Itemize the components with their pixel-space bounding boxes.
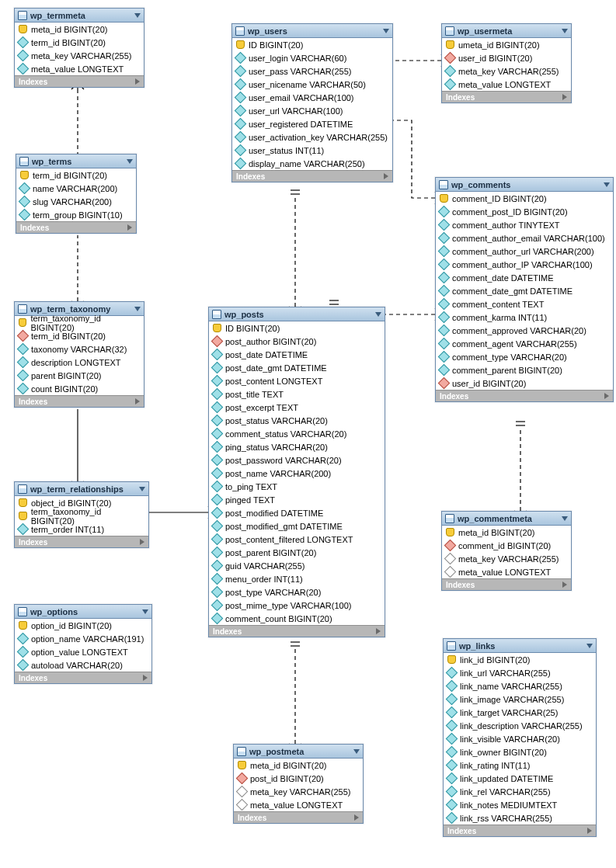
expand-icon[interactable]	[140, 539, 144, 545]
indexes-section[interactable]: Indexes	[436, 390, 613, 401]
indexes-section[interactable]: Indexes	[15, 672, 151, 683]
collapse-icon[interactable]	[142, 609, 148, 614]
column-name: comment_author	[452, 220, 517, 230]
collapse-icon[interactable]	[562, 516, 568, 521]
column-name: post_id	[250, 774, 277, 783]
column-text: link_image VARCHAR(255)	[460, 695, 564, 704]
collapse-icon[interactable]	[127, 159, 133, 164]
primary-key-icon	[19, 512, 27, 520]
column-row: parent BIGINT(20)	[15, 369, 144, 382]
entity-header[interactable]: wp_posts	[209, 307, 385, 321]
entity-title: wp_term_relationships	[30, 484, 124, 494]
entity-header[interactable]: wp_commentmeta	[442, 512, 571, 526]
collapse-icon[interactable]	[375, 312, 381, 317]
attribute-icon	[235, 158, 247, 170]
indexes-section[interactable]: Indexes	[15, 75, 144, 87]
collapse-icon[interactable]	[134, 307, 141, 311]
expand-icon[interactable]	[562, 94, 567, 100]
column-text: link_visible VARCHAR(20)	[460, 734, 560, 744]
expand-icon[interactable]	[604, 393, 609, 399]
entity-wp_term_taxonomy: wp_term_taxonomyterm_taxonomy_id BIGINT(…	[14, 301, 144, 408]
column-text: post_parent BIGINT(20)	[225, 548, 316, 557]
attribute-icon	[211, 481, 224, 493]
indexes-section[interactable]: Indexes	[15, 536, 148, 547]
attribute-icon	[438, 232, 451, 245]
indexes-section[interactable]: Indexes	[209, 625, 385, 637]
indexes-section[interactable]: Indexes	[442, 578, 571, 590]
column-type: LONGTEXT	[297, 800, 343, 810]
column-name: comment_author_email	[452, 234, 541, 243]
column-name: link_rating	[460, 761, 499, 770]
column-name: taxonomy	[31, 345, 68, 354]
indexes-section[interactable]: Indexes	[444, 825, 596, 836]
column-name: link_id	[460, 655, 484, 665]
indexes-section[interactable]: Indexes	[15, 395, 144, 407]
expand-icon[interactable]	[354, 814, 359, 821]
column-text: comment_karma INT(11)	[452, 313, 547, 322]
column-name: ping_status	[225, 443, 269, 452]
table-icon	[235, 26, 245, 36]
column-text: umeta_id BIGINT(20)	[458, 40, 540, 50]
collapse-icon[interactable]	[604, 182, 610, 187]
entity-header[interactable]: wp_options	[15, 605, 151, 619]
indexes-section[interactable]: Indexes	[442, 91, 571, 102]
collapse-icon[interactable]	[134, 13, 141, 18]
primary-key-icon	[447, 655, 456, 664]
column-type: BIGINT(20)	[489, 54, 532, 63]
column-row: option_name VARCHAR(191)	[15, 632, 151, 645]
entity-header[interactable]: wp_users	[232, 24, 392, 38]
entity-title: wp_users	[248, 26, 287, 36]
attribute-icon	[211, 507, 224, 519]
attribute-icon	[17, 646, 30, 658]
attribute-icon	[211, 547, 224, 559]
expand-icon[interactable]	[587, 828, 592, 834]
indexes-section[interactable]: Indexes	[232, 170, 392, 182]
column-row: meta_key VARCHAR(255)	[442, 552, 571, 565]
attribute-icon	[211, 362, 224, 374]
column-row: comment_approved VARCHAR(20)	[436, 324, 613, 337]
collapse-icon[interactable]	[139, 487, 145, 491]
foreign-key-icon	[211, 335, 224, 348]
column-row: meta_key VARCHAR(255)	[15, 49, 144, 62]
indexes-section[interactable]: Indexes	[234, 811, 363, 823]
entity-header[interactable]: wp_comments	[436, 178, 613, 192]
column-row: post_title TEXT	[209, 387, 385, 401]
column-row: meta_id BIGINT(20)	[234, 759, 363, 772]
column-name: term_id	[33, 171, 61, 180]
entity-header[interactable]: wp_termmeta	[15, 9, 144, 23]
expand-icon[interactable]	[143, 675, 148, 681]
entity-header[interactable]: wp_terms	[16, 155, 136, 168]
attribute-icon	[235, 118, 247, 130]
column-type: LONGTEXT	[75, 358, 120, 367]
indexes-section[interactable]: Indexes	[16, 221, 136, 233]
expand-icon[interactable]	[135, 78, 140, 85]
column-row: comment_status VARCHAR(20)	[209, 427, 385, 440]
entity-header[interactable]: wp_postmeta	[234, 745, 363, 759]
foreign-key-icon	[438, 377, 451, 390]
collapse-icon[interactable]	[586, 644, 593, 648]
column-row: comment_date DATETIME	[436, 271, 613, 284]
expand-icon[interactable]	[384, 173, 388, 179]
column-name: meta_value	[250, 800, 294, 810]
column-type: VARCHAR(255)	[71, 51, 132, 61]
expand-icon[interactable]	[562, 582, 567, 588]
primary-key-icon	[213, 324, 221, 332]
expand-icon[interactable]	[135, 398, 140, 404]
column-name: term_id	[31, 38, 60, 47]
entity-header[interactable]: wp_links	[444, 639, 596, 653]
collapse-icon[interactable]	[353, 749, 360, 754]
expand-icon[interactable]	[376, 628, 381, 634]
column-row: meta_value LONGTEXT	[442, 565, 571, 578]
column-name: comment_agent	[452, 339, 513, 349]
collapse-icon[interactable]	[383, 29, 389, 33]
column-type: BIGINT(20)	[62, 332, 106, 341]
column-row: option_id BIGINT(20)	[15, 619, 151, 632]
collapse-icon[interactable]	[562, 29, 568, 33]
entity-header[interactable]: wp_term_relationships	[15, 482, 148, 496]
column-name: comment_date_gmt	[452, 286, 527, 296]
entity-header[interactable]: wp_usermeta	[442, 24, 571, 38]
column-name: term_taxonomy_id	[31, 507, 102, 516]
expand-icon[interactable]	[127, 224, 132, 231]
attribute-icon	[211, 467, 224, 480]
column-text: option_name VARCHAR(191)	[31, 634, 144, 644]
